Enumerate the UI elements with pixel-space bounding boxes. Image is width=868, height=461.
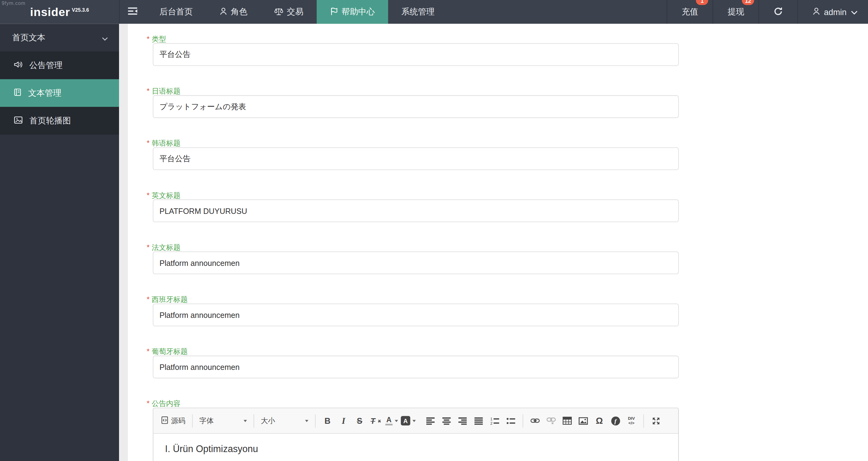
table-icon (563, 417, 572, 425)
font-combo[interactable]: 字体 (196, 413, 250, 428)
toolbar-separator (315, 414, 316, 428)
recharge-badge: 1 (696, 0, 708, 5)
toolbar-separator (253, 414, 254, 428)
align-left-icon (426, 417, 435, 425)
username: admin (824, 7, 847, 17)
nav-label: 帮助中心 (342, 7, 375, 17)
size-combo[interactable]: 大小 (258, 413, 311, 428)
justify-icon (474, 417, 484, 425)
sidebar-toggle-button[interactable] (120, 0, 146, 24)
editor-paragraph: I. Ürün Optimizasyonu (165, 444, 666, 455)
field-input-title-fr[interactable] (153, 252, 679, 274)
logo-version: V25.3.6 (72, 7, 89, 12)
main-nav: 后台首页 角色 交易 (146, 0, 448, 24)
chevron-down-icon (412, 420, 416, 422)
editor-toolbar: 源码 字体 大小 B I S Tx (154, 408, 678, 434)
rich-text-editor: 源码 字体 大小 B I S Tx (153, 408, 679, 461)
align-left-button[interactable] (422, 413, 438, 428)
field-label-row: *葡萄牙标题 (153, 347, 868, 356)
field-label: 韩语标题 (152, 139, 181, 147)
refresh-button[interactable] (758, 0, 797, 24)
chevron-down-icon (851, 7, 858, 17)
field-input-title-ja[interactable] (153, 95, 679, 118)
field-input-type[interactable] (153, 43, 679, 66)
justify-button[interactable] (471, 413, 487, 428)
div-container-button[interactable]: DIV</> (623, 413, 640, 428)
recharge-button[interactable]: 充值 1 (666, 0, 712, 24)
field-input-title-ko[interactable] (153, 147, 679, 170)
flash-button[interactable]: f (608, 413, 623, 428)
chevron-down-icon (102, 33, 108, 42)
maximize-button[interactable] (648, 413, 664, 428)
nav-label: 系统管理 (401, 7, 435, 17)
image-button[interactable] (575, 413, 591, 428)
editor-content[interactable]: I. Ürün Optimizasyonu (154, 434, 678, 461)
nav-label: 交易 (287, 7, 303, 17)
field-label-row: *英文标题 (153, 191, 868, 199)
unlink-icon (547, 417, 556, 424)
field-input-title-en[interactable] (153, 199, 679, 222)
field-label: 法文标题 (152, 243, 181, 252)
field-label: 类型 (152, 35, 166, 43)
field-label: 公告内容 (152, 399, 181, 408)
link-button[interactable] (527, 413, 543, 428)
nav-dashboard[interactable]: 后台首页 (146, 0, 206, 24)
image-icon (579, 417, 588, 425)
align-right-button[interactable] (455, 413, 471, 428)
field-label: 西班牙标题 (152, 295, 188, 304)
form-field-title-en: *英文标题 (153, 191, 868, 222)
field-label-row: *西班牙标题 (153, 295, 868, 304)
sidebar-item-text-management[interactable]: 文本管理 (0, 79, 119, 107)
user-icon (812, 7, 820, 17)
sidebar-item-label: 首页轮播图 (29, 115, 71, 126)
bullet-list-button[interactable] (503, 413, 519, 428)
scrollbar-track[interactable] (119, 24, 128, 461)
bold-button[interactable]: B (319, 413, 336, 428)
field-label-row: *韩语标题 (153, 139, 868, 147)
flag-icon (330, 7, 338, 17)
withdraw-button[interactable]: 提现 12 (713, 0, 758, 24)
required-asterisk: * (147, 191, 150, 199)
form-field-title-fr: *法文标题 (153, 243, 868, 274)
flash-icon: f (611, 416, 620, 425)
sidebar-group-home-text[interactable]: 首页文本 (0, 24, 119, 51)
align-center-icon (442, 417, 451, 425)
nav-system-settings[interactable]: 系统管理 (388, 0, 448, 24)
strikethrough-button[interactable]: S (351, 413, 368, 428)
special-char-button[interactable]: Ω (591, 413, 607, 428)
field-input-title-pt[interactable] (153, 356, 679, 378)
bg-color-button[interactable]: A (400, 413, 417, 428)
source-button[interactable]: 源码 (158, 413, 188, 428)
field-label-row: *公告内容 (153, 399, 868, 408)
field-input-title-es[interactable] (153, 304, 679, 326)
carousel-image-icon (13, 116, 23, 125)
italic-button[interactable]: I (336, 413, 351, 428)
nav-help-center[interactable]: 帮助中心 (317, 0, 388, 24)
align-center-button[interactable] (439, 413, 455, 428)
topbar: insider V25.3.6 后台首页 (0, 0, 868, 24)
sidebar-group-label: 首页文本 (12, 32, 45, 43)
unlink-button[interactable] (543, 413, 559, 428)
field-label-row: *法文标题 (153, 243, 868, 252)
size-combo-label: 大小 (261, 416, 275, 426)
table-button[interactable] (559, 413, 575, 428)
nav-roles[interactable]: 角色 (206, 0, 261, 24)
chevron-down-icon (305, 420, 309, 422)
remove-format-button[interactable]: Tx (368, 413, 383, 428)
required-asterisk: * (147, 295, 150, 304)
text-color-button[interactable]: A (383, 413, 400, 428)
nav-transactions[interactable]: 交易 (261, 0, 317, 24)
user-menu[interactable]: admin (797, 0, 868, 24)
required-asterisk: * (147, 347, 150, 356)
ordered-list-button[interactable]: 12 (487, 413, 503, 428)
field-label-row: *类型 (153, 35, 868, 43)
sidebar-item-announcements[interactable]: 公告管理 (0, 51, 119, 79)
recharge-label: 充值 (682, 7, 698, 17)
form-field-title-ja: *日语标题 (153, 87, 868, 118)
required-asterisk: * (147, 35, 150, 43)
topbar-actions: 充值 1 提现 12 (666, 0, 868, 24)
text-color-icon: A (385, 416, 393, 426)
watermark: 9fym.com (2, 1, 25, 6)
withdraw-badge: 12 (742, 0, 754, 5)
sidebar-item-home-carousel[interactable]: 首页轮播图 (0, 107, 119, 135)
